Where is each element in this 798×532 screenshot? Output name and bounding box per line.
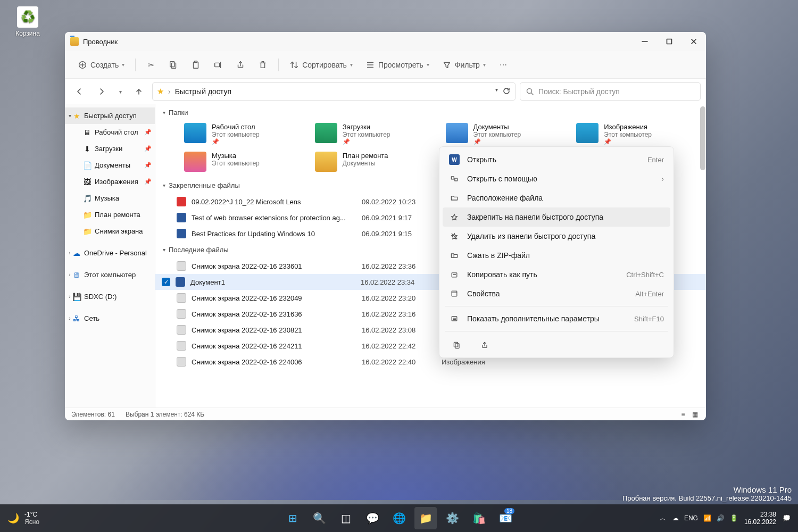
sidebar: ▾★ Быстрый доступ 🖥Рабочий стол📌⬇Загрузк… — [65, 104, 155, 408]
paste-button[interactable] — [186, 55, 206, 74]
view-button[interactable]: Просмотреть▾ — [360, 55, 435, 74]
sort-button[interactable]: Сортировать▾ — [284, 55, 358, 74]
sidebar-sdxc[interactable]: ›💾SDXC (D:) — [65, 288, 155, 305]
ctx-open[interactable]: WОткрытьEnter — [443, 150, 670, 169]
nav-recent-dropdown[interactable]: ▾ — [115, 82, 126, 101]
refresh-button[interactable] — [502, 87, 511, 97]
ctx-file-location[interactable]: Расположение файла — [443, 188, 670, 207]
nav-up[interactable] — [130, 82, 148, 101]
network-icon: 🖧 — [72, 314, 81, 323]
scrollbar[interactable] — [700, 106, 705, 170]
tray-notifications-icon[interactable]: 💭 — [783, 514, 791, 522]
ctx-unpin-quick-access[interactable]: Удалить из панели быстрого доступа — [443, 227, 670, 246]
tray-battery-icon[interactable]: 🔋 — [730, 514, 738, 522]
sidebar-item[interactable]: 📁Снимки экрана — [65, 223, 155, 239]
sidebar-item[interactable]: 🖼Изображения📌 — [65, 173, 155, 190]
svg-rect-9 — [194, 62, 198, 68]
tray-volume-icon[interactable]: 🔊 — [717, 514, 725, 522]
cut-button[interactable]: ✂ — [141, 55, 161, 74]
maximize-button[interactable] — [657, 32, 681, 51]
folder-icon: 📁 — [83, 211, 92, 219]
start-button[interactable]: ⊞ — [281, 507, 304, 529]
checkbox[interactable]: ✓ — [162, 278, 170, 286]
pin-icon: 📌 — [144, 145, 152, 152]
share-button[interactable] — [230, 55, 251, 74]
task-view[interactable]: ◫ — [335, 507, 357, 529]
ctx-properties[interactable]: СвойстваAlt+Enter — [443, 284, 670, 303]
tray-wifi-icon[interactable]: 📶 — [703, 514, 711, 522]
ctx-open-with[interactable]: Открыть с помощью› — [443, 169, 670, 188]
weather-widget[interactable]: 🌙 -1°CЯсно — [0, 511, 39, 526]
section-folders[interactable]: ▾Папки — [155, 104, 706, 121]
more-button[interactable]: ⋯ — [493, 55, 513, 74]
folder-card[interactable]: ЗагрузкиЭтот компьютер📌 — [313, 121, 437, 147]
cloud-icon: ☁ — [72, 249, 81, 257]
toolbar: Создать▾ ✂ Сортировать▾ Просмотреть▾ Фил… — [65, 51, 706, 79]
tray-onedrive-icon[interactable]: ☁ — [672, 514, 679, 522]
taskbar-store[interactable]: 🛍️ — [468, 507, 490, 529]
folder-card[interactable]: План ремонтаДокументы — [313, 149, 437, 174]
sidebar-network[interactable]: ›🖧Сеть — [65, 310, 155, 327]
ctx-copy-path[interactable]: Копировать как путьCtrl+Shift+C — [443, 265, 670, 284]
ctx-footer-copy[interactable] — [448, 337, 466, 353]
folder-icon: 📁 — [419, 512, 433, 525]
ctx-show-more[interactable]: Показать дополнительные параметрыShift+F… — [443, 309, 670, 328]
file-icon — [177, 341, 186, 351]
taskbar-explorer[interactable]: 📁 — [414, 507, 437, 529]
ctx-footer-share[interactable] — [476, 337, 494, 353]
breadcrumb[interactable]: ★ › Быстрый доступ ▾ — [152, 82, 516, 101]
explorer-icon — [70, 37, 79, 46]
address-bar-row: ▾ ★ › Быстрый доступ ▾ Поиск: Быстрый до… — [65, 79, 706, 104]
recycle-bin[interactable]: ♻️ Корзина — [7, 6, 48, 37]
tray-clock[interactable]: 23:38 16.02.2022 — [744, 511, 776, 526]
ctx-zip[interactable]: Сжать в ZIP-файл — [443, 246, 670, 265]
view-details-button[interactable]: ≡ — [678, 411, 688, 418]
create-button[interactable]: Создать▾ — [72, 55, 130, 74]
rename-button[interactable] — [208, 55, 228, 74]
sidebar-quick-access[interactable]: ▾★ Быстрый доступ — [65, 107, 155, 124]
ctx-pin-quick-access[interactable]: Закрепить на панели быстрого доступа — [443, 207, 670, 227]
svg-rect-29 — [455, 344, 459, 348]
share-icon — [236, 60, 245, 70]
sidebar-item[interactable]: ⬇Загрузки📌 — [65, 140, 155, 157]
sidebar-this-pc[interactable]: ›🖥Этот компьютер — [65, 267, 155, 283]
folder-card[interactable]: МузыкаЭтот компьютер — [182, 149, 306, 174]
tray-language[interactable]: ENG — [684, 514, 698, 522]
nav-back[interactable] — [70, 82, 88, 101]
folder-icon — [576, 123, 598, 143]
svg-rect-26 — [452, 317, 457, 321]
view-large-button[interactable]: ▦ — [690, 411, 700, 418]
sidebar-item[interactable]: 📁План ремонта — [65, 206, 155, 223]
close-button[interactable] — [681, 32, 706, 51]
sidebar-item[interactable]: 🖥Рабочий стол📌 — [65, 124, 155, 140]
taskbar-edge[interactable]: 🌐 — [388, 507, 410, 529]
file-icon — [177, 293, 186, 303]
breadcrumb-dropdown[interactable]: ▾ — [495, 87, 498, 97]
minimize-button[interactable] — [633, 32, 657, 51]
taskbar-search[interactable]: 🔍 — [308, 507, 330, 529]
taskbar-mail[interactable]: 📧18 — [494, 507, 517, 529]
folder-card[interactable]: ДокументыЭтот компьютер📌 — [444, 121, 568, 147]
svg-rect-7 — [172, 63, 176, 68]
taskbar-settings[interactable]: ⚙️ — [441, 507, 463, 529]
copy-button[interactable] — [163, 55, 184, 74]
search-input[interactable]: Поиск: Быстрый доступ — [520, 82, 701, 101]
breadcrumb-location[interactable]: Быстрый доступ — [175, 87, 231, 96]
folder-card[interactable]: Рабочий столЭтот компьютер📌 — [182, 121, 306, 147]
filter-button[interactable]: Фильтр▾ — [437, 55, 491, 74]
pin-icon: 📌 — [473, 138, 521, 145]
filter-icon — [442, 60, 452, 70]
sidebar-onedrive[interactable]: ›☁OneDrive - Personal — [65, 245, 155, 261]
file-icon — [177, 197, 186, 206]
pin-icon: 📌 — [212, 138, 260, 145]
sidebar-item[interactable]: 🎵Музыка — [65, 190, 155, 206]
sidebar-item[interactable]: 📄Документы📌 — [65, 157, 155, 173]
folder-card[interactable]: ИзображенияЭтот компьютер📌 — [574, 121, 699, 147]
tray-chevron[interactable]: ︿ — [660, 514, 666, 523]
sd-icon: 💾 — [72, 293, 81, 301]
titlebar[interactable]: Проводник — [65, 32, 706, 51]
watermark: Windows 11 Pro Пробная версия. Build 225… — [622, 485, 792, 502]
delete-button[interactable] — [253, 55, 273, 74]
nav-forward[interactable] — [93, 82, 111, 101]
taskbar-chat[interactable]: 💬 — [361, 507, 384, 529]
